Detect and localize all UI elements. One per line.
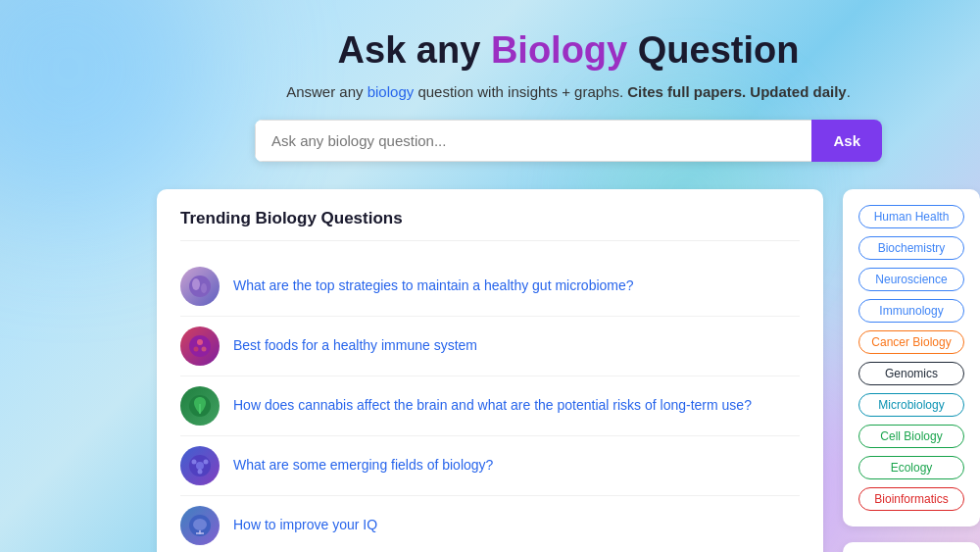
svg-point-9 <box>196 462 204 470</box>
sidebar-tag-2[interactable]: Neuroscience <box>858 268 964 291</box>
question-text-3: How does cannabis affect the brain and w… <box>233 396 752 416</box>
sidebar-tag-3[interactable]: Immunology <box>858 299 964 323</box>
question-icon-gut <box>180 267 220 306</box>
trending-title: Trending Biology Questions <box>180 209 800 241</box>
svg-point-11 <box>204 460 209 465</box>
sidebar-tag-9[interactable]: Bioinformatics <box>858 487 964 511</box>
svg-point-10 <box>192 460 197 465</box>
question-icon-iq <box>180 506 220 545</box>
sidebar-tag-7[interactable]: Cell Biology <box>858 425 964 448</box>
sidebar-tag-6[interactable]: Microbiology <box>858 393 964 417</box>
ask-button[interactable]: Ask <box>811 120 882 162</box>
svg-point-3 <box>189 335 211 357</box>
page-title: Ask any Biology Question <box>157 29 980 72</box>
search-input[interactable] <box>255 120 811 162</box>
hero-section: Ask any Biology Question Answer any biol… <box>157 20 980 162</box>
sidebar: Human HealthBiochemistryNeuroscienceImmu… <box>843 189 980 552</box>
svg-point-6 <box>202 347 207 352</box>
svg-point-2 <box>201 283 207 293</box>
sidebar-tag-8[interactable]: Ecology <box>858 456 964 479</box>
sidebar-tag-1[interactable]: Biochemistry <box>858 236 964 260</box>
trending-card: Trending Biology Questions What are the … <box>157 189 823 552</box>
sidebar-tag-5[interactable]: Genomics <box>858 362 964 385</box>
trending-question-3[interactable]: How does cannabis affect the brain and w… <box>180 376 800 436</box>
question-icon-cannabis <box>180 386 220 426</box>
sidebar-info: Stay on the Cutting Edge with the <box>843 542 980 552</box>
question-text-1: What are the top strategies to maintain … <box>233 276 634 296</box>
subtitle: Answer any biology question with insight… <box>157 83 980 100</box>
sidebar-tag-4[interactable]: Cancer Biology <box>858 330 964 354</box>
sidebar-tag-0[interactable]: Human Health <box>858 205 964 228</box>
question-text-4: What are some emerging fields of biology… <box>233 456 493 476</box>
tags-card: Human HealthBiochemistryNeuroscienceImmu… <box>843 189 980 527</box>
svg-point-5 <box>194 347 199 352</box>
left-column: Trending Biology Questions What are the … <box>157 189 823 552</box>
question-icon-emerging <box>180 446 220 485</box>
svg-point-12 <box>198 470 203 475</box>
svg-point-4 <box>197 339 203 345</box>
trending-question-1[interactable]: What are the top strategies to maintain … <box>180 257 800 317</box>
svg-point-14 <box>193 519 207 530</box>
question-icon-immune <box>180 326 220 366</box>
question-text-5: How to improve your IQ <box>233 516 377 535</box>
search-bar: Ask <box>255 120 882 162</box>
svg-point-1 <box>192 278 200 290</box>
trending-question-4[interactable]: What are some emerging fields of biology… <box>180 436 800 496</box>
main-content: Trending Biology Questions What are the … <box>157 189 980 552</box>
question-text-2: Best foods for a healthy immune system <box>233 336 477 356</box>
trending-question-5[interactable]: How to improve your IQ <box>180 496 800 552</box>
trending-question-2[interactable]: Best foods for a healthy immune system <box>180 317 800 376</box>
